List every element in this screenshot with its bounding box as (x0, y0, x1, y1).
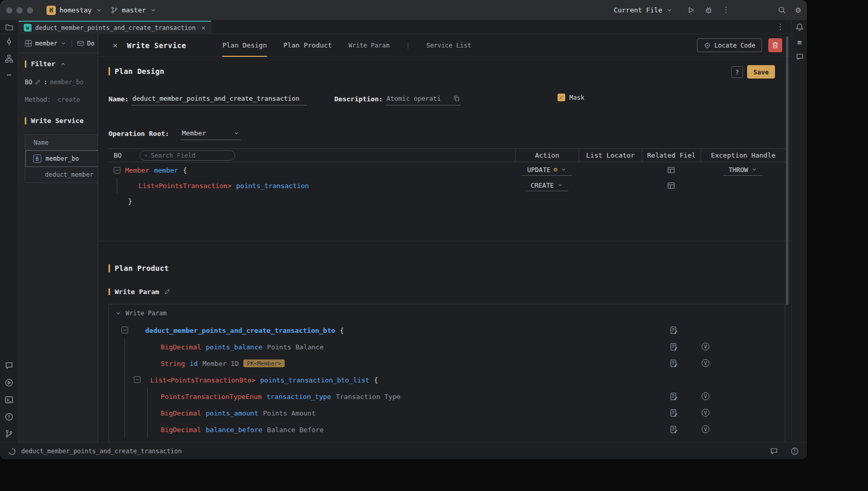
bo-row-close: } (109, 193, 785, 209)
related-fields-icon[interactable] (667, 181, 675, 190)
close-icon[interactable]: × (113, 40, 118, 50)
page-title: Write Service (127, 41, 187, 50)
action-select-update[interactable]: UPDATE ⚙ (522, 165, 571, 176)
feedback-comment-icon[interactable] (770, 447, 778, 455)
tab-plan-design[interactable]: Plan Design (222, 34, 267, 56)
search-icon[interactable] (778, 6, 786, 14)
assistant-tool-icon[interactable] (5, 361, 13, 370)
tab-options-icon[interactable]: ⋮ (777, 23, 784, 31)
edit-doc-icon[interactable] (670, 326, 678, 334)
notifications-status-icon[interactable] (791, 447, 799, 455)
mask-checkbox-row[interactable]: ✓ Mask (557, 94, 584, 101)
close-window-button[interactable] (6, 7, 12, 13)
run-config-selector[interactable]: Current File (610, 4, 677, 16)
edit-doc-icon[interactable] (670, 392, 678, 401)
param-type: BigDecimal (161, 409, 201, 417)
write-param-tree: Write Param − deduct_member_points_and_c… (109, 304, 785, 442)
name-input[interactable] (131, 92, 307, 105)
panel-toolbar: member | Do (19, 34, 98, 53)
project-folder-icon[interactable] (5, 23, 13, 32)
bo-value[interactable]: member_bo (50, 79, 84, 86)
validation-icon[interactable]: V (702, 343, 709, 350)
panel-bo-selector[interactable]: member (35, 40, 57, 47)
chevron-up-icon[interactable] (60, 61, 66, 67)
project-selector[interactable]: H homestay (42, 4, 106, 17)
mask-checkbox[interactable]: ✓ (557, 94, 565, 101)
more-tools-icon[interactable]: ⋯ (7, 71, 11, 79)
version-control-tool-icon[interactable] (5, 429, 13, 438)
branch-selector[interactable]: master (106, 4, 161, 16)
help-button[interactable]: ? (731, 66, 743, 78)
field-search[interactable] (140, 150, 235, 161)
locate-code-button[interactable]: Locate Code (697, 38, 762, 52)
validation-icon[interactable]: V (702, 359, 709, 367)
settings-gear-icon[interactable]: ⚙ (796, 6, 801, 14)
service-row-selected[interactable]: B member_bo (25, 150, 98, 167)
edit-doc-icon[interactable] (670, 359, 678, 367)
problems-tool-icon[interactable] (5, 412, 13, 421)
param-name: id (190, 360, 198, 367)
action-select-create[interactable]: CREATE (525, 180, 568, 191)
commit-tool-icon[interactable] (5, 37, 13, 46)
exception-select-throw[interactable]: THROW (723, 165, 763, 176)
structure-tool-icon[interactable] (5, 54, 13, 63)
main-tabs: Plan Design Plan Product Write Param | S… (222, 34, 471, 56)
accent-bar (109, 264, 110, 272)
bo-label: BO (25, 79, 32, 86)
mask-label: Mask (569, 94, 584, 101)
validation-icon[interactable]: V (702, 425, 709, 433)
collapse-icon[interactable]: − (134, 376, 141, 383)
delete-button[interactable] (768, 38, 782, 52)
edit-pencil-icon[interactable] (164, 288, 171, 295)
service-row[interactable]: deduct_member (25, 167, 98, 182)
filter-section-header[interactable]: Filter (25, 60, 66, 68)
edit-doc-icon[interactable] (670, 343, 678, 351)
param-type: PointsTransactionTypeEnum (161, 393, 262, 401)
description-label: Description: (334, 95, 383, 103)
maven-tool-icon[interactable]: m (798, 38, 802, 46)
doc-button-label[interactable]: Do (87, 40, 95, 47)
tab-write-param[interactable]: Write Param (348, 34, 389, 56)
service-row-label: member_bo (45, 155, 79, 162)
save-button[interactable]: Save (747, 65, 775, 79)
comments-tool-icon[interactable] (796, 53, 804, 61)
chevron-down-icon[interactable] (115, 310, 121, 316)
filter-method-row: Method: create (25, 96, 80, 103)
method-value[interactable]: create (58, 96, 80, 103)
chevron-down-icon[interactable] (60, 40, 67, 47)
editor-tab[interactable]: w deduct_member_points_and_create_transa… (19, 21, 211, 34)
related-fields-icon[interactable] (667, 166, 675, 174)
locate-code-label: Locate Code (715, 42, 755, 49)
collapse-icon[interactable]: − (114, 167, 120, 174)
tab-plan-product[interactable]: Plan Product (284, 34, 332, 56)
edit-pencil-icon[interactable] (35, 79, 41, 85)
collapse-icon[interactable]: − (121, 327, 128, 333)
notifications-bell-icon[interactable] (795, 23, 804, 32)
run-icon[interactable] (686, 6, 695, 14)
more-options-icon[interactable]: ⋮ (722, 6, 730, 14)
field-search-input[interactable] (151, 152, 230, 159)
edit-doc-icon[interactable] (670, 409, 678, 417)
bo-name: member (154, 166, 178, 174)
tab-close-icon[interactable]: × (202, 24, 206, 32)
param-name: deduct_member_points_and_create_transact… (145, 327, 335, 334)
operation-root-select[interactable]: Member (181, 127, 241, 140)
edit-doc-icon[interactable] (670, 425, 678, 434)
terminal-tool-icon[interactable] (5, 395, 13, 404)
brace: { (374, 376, 378, 384)
expand-editor-icon[interactable] (453, 95, 460, 102)
services-tool-icon[interactable] (5, 378, 13, 387)
description-input[interactable]: Atomic operati (385, 92, 461, 105)
validation-icon[interactable]: V (702, 409, 709, 417)
tree-header[interactable]: Write Param (109, 304, 785, 322)
scrollbar-thumb[interactable] (786, 36, 788, 305)
minimize-window-button[interactable] (17, 7, 23, 13)
debug-icon[interactable] (704, 6, 713, 14)
tab-service-list[interactable]: Service List (426, 34, 471, 56)
zoom-window-button[interactable] (27, 7, 33, 13)
accent-bar (25, 60, 26, 68)
bo-row-member: − Member member { UPDATE ⚙ (109, 162, 785, 178)
validation-icon[interactable]: V (702, 392, 709, 400)
doc-mail-icon[interactable] (77, 40, 84, 47)
toolbar-divider: | (70, 40, 73, 47)
